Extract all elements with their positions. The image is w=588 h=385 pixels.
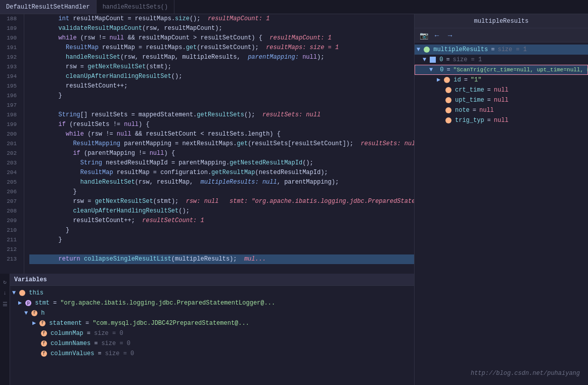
code-line-213: return collapseSingleResultList(multiple…: [29, 254, 414, 264]
tree-0-scantrig[interactable]: ▼ 0 = "ScanTrig{crt_time=null, upt_time=…: [415, 65, 588, 75]
key-upt-time: upt_time: [455, 95, 484, 105]
key-scantrig: 0: [440, 65, 443, 75]
code-line-208: cleanUpAfterHandlingResultSet();: [29, 206, 414, 216]
var-columnvalues-val: size = 0: [105, 349, 134, 359]
code-line-204: ResultMap resultMap = configuration.getR…: [29, 168, 414, 178]
tree-id[interactable]: ▶ id = "1": [415, 75, 588, 85]
var-h[interactable]: ▼ f h: [10, 308, 414, 318]
val-size1: size = 1: [453, 55, 482, 65]
variables-header: Variables: [10, 274, 414, 286]
var-h-key: h: [41, 308, 44, 318]
icon-multiple-results: [424, 47, 430, 53]
var-columnnames[interactable]: f columnNames = size = 0: [10, 338, 414, 349]
back-button[interactable]: ←: [432, 30, 442, 40]
icon-crt-time: [445, 87, 451, 93]
key-crt-time: crt_time: [455, 85, 484, 95]
code-line-211: }: [29, 235, 414, 245]
variables-section: Variables ▼ this ▶ p stmt = "o: [10, 274, 414, 385]
var-columnmap[interactable]: f columnMap = size = 0: [10, 328, 414, 338]
bottom-layout: ↻ ↓ ☰ Variables ▼ this ▶: [0, 274, 414, 385]
step-into-icon[interactable]: ↓: [1, 289, 9, 297]
expand-stmt: ▶: [18, 298, 22, 308]
tree-0-size1[interactable]: ▼ 0 = size = 1: [415, 55, 588, 65]
right-panel-toolbar: 📷 ← →: [415, 28, 588, 42]
icon-note: [445, 107, 451, 113]
code-line-201: ResultMapping parentMapping = nextResult…: [29, 139, 414, 149]
icon-columnmap: f: [41, 330, 47, 336]
val-scantrig: "ScanTrig{crt_time=null, upt_time=null, …: [454, 65, 588, 75]
code-line-191: ResultMap resultMap = resultMaps.get(res…: [29, 43, 414, 53]
code-line-209: resultSetCount++; resultSetCount: 1: [29, 216, 414, 226]
code-line-205: handleResultSet(rsw, resultMap, multiple…: [29, 178, 414, 187]
icon-this: [19, 290, 25, 296]
code-line-188: int resultMapCount = resultMaps.size(); …: [29, 14, 414, 24]
code-line-206: }: [29, 187, 414, 197]
code-line-196: }: [29, 91, 414, 101]
mr-val: size = 1: [497, 45, 527, 55]
code-line-193: rsw = getNextResultSet(stmt);: [29, 62, 414, 72]
right-panel-content: ▼ multipleResults = size = 1 ▼ 0 = size …: [415, 42, 588, 385]
step-over-icon[interactable]: ↻: [1, 278, 9, 286]
var-columnmap-key: columnMap: [51, 328, 83, 338]
tree-multiple-results[interactable]: ▼ multipleResults = size = 1: [415, 45, 588, 55]
variables-content: ▼ this ▶ p stmt = "org.apache.ibatis.log…: [10, 286, 414, 385]
code-line-203: String nestedResultMapId = parentMapping…: [29, 158, 414, 168]
key-trig-typ: trig_typ: [455, 115, 484, 125]
tree-crt-time[interactable]: crt_time = null: [415, 85, 588, 95]
var-stmt-val: "org.apache.ibatis.logging.jdbc.Prepared…: [60, 298, 275, 308]
var-stmt[interactable]: ▶ p stmt = "org.apache.ibatis.logging.jd…: [10, 298, 414, 308]
expand-h: ▼: [24, 308, 28, 318]
code-content: 188 189 190 191 192 193 194 195 196 197 …: [0, 14, 414, 274]
icon-upt-time: [445, 97, 451, 103]
tree-trig-typ[interactable]: trig_typ = null: [415, 115, 588, 125]
val-upt-time: null: [494, 95, 509, 105]
key-id: id: [454, 75, 461, 85]
list-view-icon[interactable]: ☰: [1, 300, 9, 308]
var-this[interactable]: ▼ this: [10, 288, 414, 298]
code-panel: 188 189 190 191 192 193 194 195 196 197 …: [0, 14, 415, 385]
code-line-199: if (resultSets != null) {: [29, 120, 414, 130]
code-line-197: [29, 101, 414, 110]
code-lines: 188 189 190 191 192 193 194 195 196 197 …: [0, 14, 414, 274]
tab-default-result-set-handler[interactable]: DefaultResultSetHandler: [0, 0, 97, 14]
var-columnvalues-key: columnValues: [51, 349, 94, 359]
expand-scantrig: ▼: [429, 65, 433, 75]
editor-area: 188 189 190 191 192 193 194 195 196 197 …: [0, 14, 588, 385]
code-line-212: [29, 245, 414, 254]
icon-stmt: p: [25, 300, 31, 306]
camera-button[interactable]: 📷: [419, 30, 429, 40]
expand-statement: ▶: [32, 318, 36, 328]
code-line-198: String[] resultSets = mappedStatement.ge…: [29, 110, 414, 120]
mr-key: multipleResults: [433, 45, 488, 55]
icon-columnvalues: f: [41, 351, 47, 357]
tree-note[interactable]: note = null: [415, 105, 588, 115]
val-id: "1": [471, 75, 482, 85]
bottom-side-icons: ↻ ↓ ☰: [0, 274, 10, 385]
code-line-210: }: [29, 226, 414, 235]
code-text: int resultMapCount = resultMaps.size(); …: [24, 14, 414, 274]
tab-handle-result-sets[interactable]: handleResultSets(): [97, 0, 175, 14]
expand-id: ▶: [437, 75, 440, 85]
icon-id: [444, 77, 450, 83]
line-numbers: 188 189 190 191 192 193 194 195 196 197 …: [0, 14, 24, 274]
var-statement-val: "com.mysql.jdbc.JDBC42PreparedStatement@…: [93, 318, 249, 328]
tree-upt-time[interactable]: upt_time = null: [415, 95, 588, 105]
var-columnnames-key: columnNames: [51, 338, 91, 349]
forward-button[interactable]: →: [445, 30, 455, 40]
var-statement[interactable]: ▶ f statement = "com.mysql.jdbc.JDBC42Pr…: [10, 318, 414, 328]
var-stmt-key: stmt: [35, 298, 50, 308]
val-note: null: [479, 105, 494, 115]
code-line-192: handleResultSet(rsw, resultMap, multiple…: [29, 53, 414, 62]
icon-columnnames: f: [41, 340, 47, 347]
code-line-207: rsw = getNextResultSet(stmt); rsw: null …: [29, 197, 414, 206]
variables-title: Variables: [14, 276, 47, 283]
icon-trig-typ: [445, 117, 451, 123]
code-line-202: if (parentMapping != null) {: [29, 149, 414, 158]
key-note: note: [455, 105, 470, 115]
icon-h: f: [31, 310, 37, 316]
var-statement-key: statement: [49, 318, 82, 328]
expand-this: ▼: [12, 288, 16, 298]
code-line-195: resultSetCount++;: [29, 81, 414, 91]
expand-multiple-results: ▼: [417, 45, 420, 55]
var-columnvalues[interactable]: f columnValues = size = 0: [10, 349, 414, 359]
